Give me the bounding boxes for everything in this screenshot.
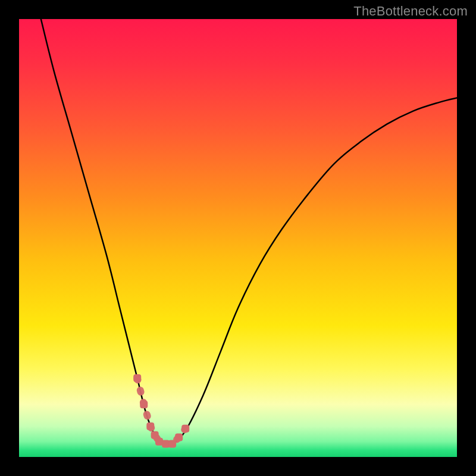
highlight-marker <box>151 431 159 439</box>
gradient-background <box>19 19 457 457</box>
chart-frame <box>19 19 457 457</box>
highlight-marker <box>181 425 189 433</box>
highlight-marker <box>168 440 176 447</box>
bottleneck-chart <box>19 19 457 457</box>
highlight-marker <box>140 400 148 408</box>
highlight-marker <box>175 433 183 441</box>
highlight-marker <box>146 422 154 430</box>
watermark-text: TheBottleneck.com <box>353 4 468 19</box>
highlight-marker <box>133 374 141 382</box>
